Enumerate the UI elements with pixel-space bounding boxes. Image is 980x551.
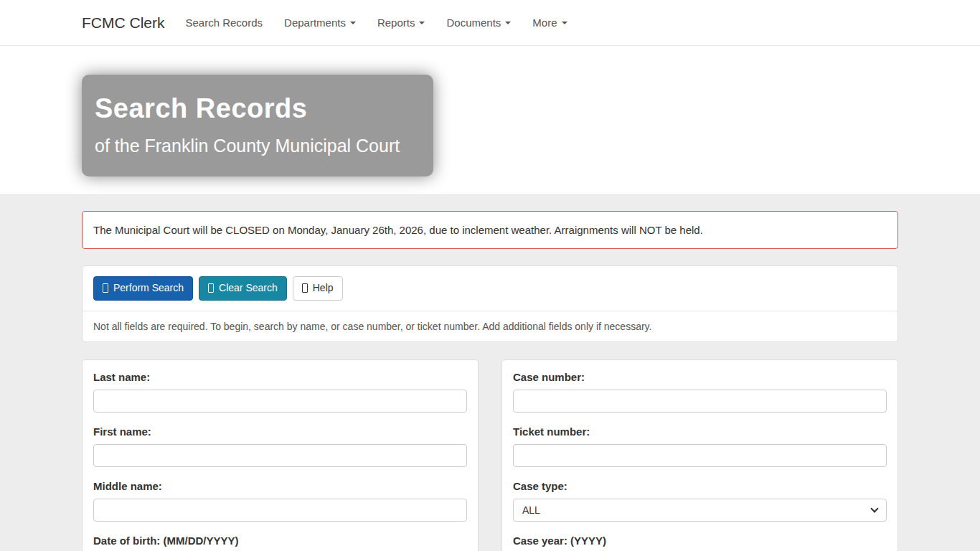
help-label: Help — [313, 281, 334, 296]
caret-down-icon — [419, 22, 425, 24]
date-of-birth-label: Date of birth: (MM/DD/YYYY) — [93, 534, 467, 547]
middle-name-input[interactable] — [93, 499, 467, 522]
form-group-date-of-birth: Date of birth: (MM/DD/YYYY) — [93, 534, 467, 551]
page-title: Search Records — [95, 93, 420, 124]
case-type-select[interactable]: ALL — [513, 499, 887, 522]
first-name-input[interactable] — [93, 444, 467, 467]
last-name-input[interactable] — [93, 390, 467, 413]
main-content: The Municipal Court will be CLOSED on Mo… — [0, 195, 980, 551]
form-group-ticket-number: Ticket number: — [513, 425, 887, 467]
hero-section: Search Records of the Franklin County Mu… — [0, 46, 980, 195]
nav-item-reports[interactable]: Reports — [367, 0, 436, 45]
search-instructions: Not all fields are required. To begin, s… — [93, 321, 651, 332]
nav-item-departments[interactable]: Departments — [273, 0, 367, 45]
perform-search-label: Perform Search — [113, 281, 184, 296]
case-type-label: Case type: — [513, 480, 887, 492]
form-group-case-type: Case type: ALL — [513, 480, 887, 522]
clear-search-label: Clear Search — [219, 281, 278, 296]
caret-down-icon — [562, 22, 567, 24]
case-search-card: Case number: Ticket number: Case type: A… — [501, 359, 898, 551]
help-button[interactable]: Help — [293, 276, 343, 301]
case-year-label: Case year: (YYYY) — [513, 534, 887, 547]
nav-item-label: Reports — [377, 17, 415, 29]
middle-name-label: Middle name: — [93, 480, 467, 492]
form-group-middle-name: Middle name: — [93, 480, 467, 522]
closure-alert: The Municipal Court will be CLOSED on Mo… — [82, 211, 898, 249]
nav-menu: Search Records Departments Reports Docum… — [175, 0, 578, 45]
nav-item-more[interactable]: More — [522, 0, 578, 45]
case-number-input[interactable] — [513, 390, 887, 413]
nav-item-search-records[interactable]: Search Records — [175, 0, 274, 45]
clear-icon — [208, 283, 214, 293]
search-toolbar-card: Perform Search Clear Search Help Not all… — [82, 265, 898, 342]
ticket-number-label: Ticket number: — [513, 425, 887, 438]
caret-down-icon — [505, 22, 511, 24]
form-group-first-name: First name: — [93, 425, 467, 467]
perform-search-button[interactable]: Perform Search — [93, 276, 193, 301]
hero-panel: Search Records of the Franklin County Mu… — [82, 75, 433, 176]
clear-search-button[interactable]: Clear Search — [199, 276, 287, 301]
nav-item-label: More — [532, 17, 557, 29]
search-forms: Last name: First name: Middle name: Date… — [82, 359, 898, 551]
first-name-label: First name: — [93, 425, 467, 438]
nav-item-documents[interactable]: Documents — [435, 0, 522, 45]
ticket-number-input[interactable] — [513, 444, 887, 467]
caret-down-icon — [350, 22, 356, 24]
alert-message: The Municipal Court will be CLOSED on Mo… — [93, 224, 703, 236]
search-icon — [103, 283, 108, 293]
page-subtitle: of the Franklin County Municipal Court — [95, 136, 420, 156]
form-group-last-name: Last name: — [93, 371, 467, 413]
form-group-case-number: Case number: — [513, 371, 887, 413]
nav-item-label: Departments — [284, 17, 346, 29]
case-number-label: Case number: — [513, 371, 887, 383]
instructions-row: Not all fields are required. To begin, s… — [83, 311, 897, 342]
help-icon — [302, 283, 308, 293]
top-navbar: FCMC Clerk Search Records Departments Re… — [0, 0, 980, 46]
last-name-label: Last name: — [93, 371, 467, 383]
brand-link[interactable]: FCMC Clerk — [82, 14, 165, 32]
nav-item-label: Search Records — [186, 17, 263, 29]
name-search-card: Last name: First name: Middle name: Date… — [82, 359, 479, 551]
button-row: Perform Search Clear Search Help — [83, 266, 897, 311]
nav-item-label: Documents — [446, 17, 501, 29]
form-group-case-year: Case year: (YYYY) — [513, 534, 887, 551]
